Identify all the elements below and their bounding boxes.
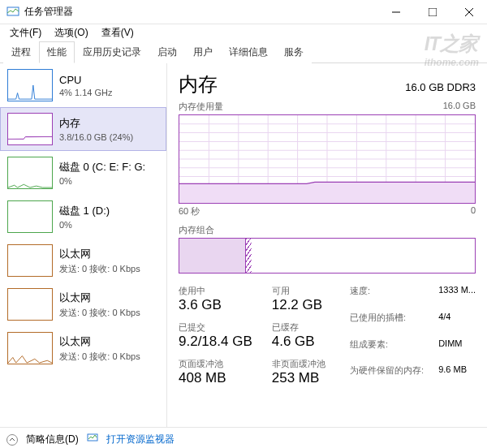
stat-slots: 4/4 <box>438 312 476 334</box>
usage-max: 16.0 GB <box>443 101 476 113</box>
tab-startup[interactable]: 启动 <box>149 41 185 63</box>
sidebar-item-sub: 发送: 0 接收: 0 Kbps <box>59 351 140 363</box>
x-left: 60 秒 <box>179 205 200 218</box>
usage-label: 内存使用量 <box>179 101 223 113</box>
sidebar-item-label: 磁盘 1 (D:) <box>59 204 110 218</box>
stat-in-use: 3.6 GB <box>179 297 252 313</box>
sidebar-item-ethernet[interactable]: 以太网发送: 0 接收: 0 Kbps <box>0 326 166 370</box>
sidebar-item-disk0[interactable]: 磁盘 0 (C: E: F: G:0% <box>0 151 166 195</box>
network-thumb-icon <box>7 288 53 321</box>
monitor-icon <box>87 433 98 446</box>
detail-capacity: 16.0 GB DDR3 <box>405 81 476 93</box>
stat-form: DIMM <box>438 338 476 360</box>
detail-pane: 内存 16.0 GB DDR3 内存使用量16.0 GB 60 秒0 内存组合 … <box>167 63 487 427</box>
minimize-button[interactable] <box>377 0 414 24</box>
tab-users[interactable]: 用户 <box>185 41 221 63</box>
menubar: 文件(F) 选项(O) 查看(V) <box>0 24 487 41</box>
stat-label: 已缓存 <box>272 321 325 334</box>
stat-label: 已使用的插槽: <box>350 312 424 334</box>
disk-thumb-icon <box>7 200 53 233</box>
close-button[interactable] <box>450 0 487 24</box>
stat-label: 页面缓冲池 <box>179 358 252 370</box>
tab-details[interactable]: 详细信息 <box>221 41 276 63</box>
sidebar-item-sub: 发送: 0 接收: 0 Kbps <box>59 263 140 275</box>
menu-file[interactable]: 文件(F) <box>5 24 46 41</box>
tab-app-history[interactable]: 应用历史记录 <box>75 41 149 63</box>
chevron-up-icon[interactable] <box>6 434 18 446</box>
sidebar-item-label: 内存 <box>59 116 133 131</box>
stat-label: 使用中 <box>179 285 252 297</box>
stat-committed: 9.2/18.4 GB <box>179 334 252 350</box>
network-thumb-icon <box>7 332 53 364</box>
sidebar-item-sub: 发送: 0 接收: 0 Kbps <box>59 307 140 319</box>
sidebar-item-cpu[interactable]: CPU4% 1.14 GHz <box>0 63 166 107</box>
composition-label: 内存组合 <box>179 224 476 236</box>
titlebar: 任务管理器 <box>0 0 487 24</box>
footer: 简略信息(D) 打开资源监视器 <box>0 427 487 448</box>
menu-options[interactable]: 选项(O) <box>50 24 93 41</box>
sidebar-item-sub: 0% <box>59 176 145 186</box>
sidebar-item-ethernet[interactable]: 以太网发送: 0 接收: 0 Kbps <box>0 239 166 282</box>
tab-services[interactable]: 服务 <box>276 41 312 63</box>
sidebar[interactable]: CPU4% 1.14 GHz 内存3.8/16.0 GB (24%) 磁盘 0 … <box>0 63 167 427</box>
cpu-thumb-icon <box>7 69 53 101</box>
sidebar-item-sub: 3.8/16.0 GB (24%) <box>59 132 133 142</box>
sidebar-item-memory[interactable]: 内存3.8/16.0 GB (24%) <box>0 107 166 151</box>
sidebar-item-disk1[interactable]: 磁盘 1 (D:)0% <box>0 195 166 239</box>
stat-label: 组成要素: <box>350 338 424 360</box>
disk-thumb-icon <box>7 157 53 189</box>
sidebar-item-label: 磁盘 0 (C: E: F: G: <box>59 160 145 174</box>
stat-cached: 4.6 GB <box>272 334 325 350</box>
tab-processes[interactable]: 进程 <box>3 41 39 63</box>
sidebar-item-label: CPU <box>59 74 112 86</box>
sidebar-item-label: 以太网 <box>59 247 140 261</box>
stat-label: 非页面缓冲池 <box>272 358 325 370</box>
open-resource-monitor-link[interactable]: 打开资源监视器 <box>106 433 175 446</box>
window-title: 任务管理器 <box>24 5 377 19</box>
network-thumb-icon <box>7 244 53 277</box>
maximize-button[interactable] <box>414 0 450 24</box>
stat-nonpaged: 253 MB <box>272 370 325 386</box>
sidebar-item-sub: 4% 1.14 GHz <box>59 88 112 97</box>
sidebar-item-label: 以太网 <box>59 291 140 305</box>
tabs: 进程 性能 应用历史记录 启动 用户 详细信息 服务 <box>0 41 487 63</box>
fewer-details-link[interactable]: 简略信息(D) <box>26 433 79 446</box>
tab-performance[interactable]: 性能 <box>39 41 75 63</box>
app-icon <box>6 6 19 19</box>
menu-view[interactable]: 查看(V) <box>97 24 139 41</box>
stat-available: 12.2 GB <box>272 297 325 313</box>
stat-label: 可用 <box>272 285 325 297</box>
stat-speed: 1333 M... <box>438 285 476 307</box>
svg-rect-23 <box>88 434 97 441</box>
sidebar-item-label: 以太网 <box>59 334 140 349</box>
stat-hwreserved: 9.6 MB <box>438 364 476 386</box>
stat-paged: 408 MB <box>179 370 252 386</box>
stat-label: 速度: <box>350 285 424 307</box>
detail-title: 内存 <box>179 71 218 97</box>
memory-composition-chart <box>179 238 476 274</box>
memory-usage-chart <box>179 114 476 204</box>
x-right: 0 <box>471 205 476 218</box>
sidebar-item-ethernet[interactable]: 以太网发送: 0 接收: 0 Kbps <box>0 282 166 326</box>
memory-thumb-icon <box>7 113 53 145</box>
sidebar-item-sub: 0% <box>59 220 110 230</box>
svg-rect-2 <box>429 8 437 16</box>
stat-label: 为硬件保留的内存: <box>350 364 424 386</box>
stat-label: 已提交 <box>179 321 252 334</box>
